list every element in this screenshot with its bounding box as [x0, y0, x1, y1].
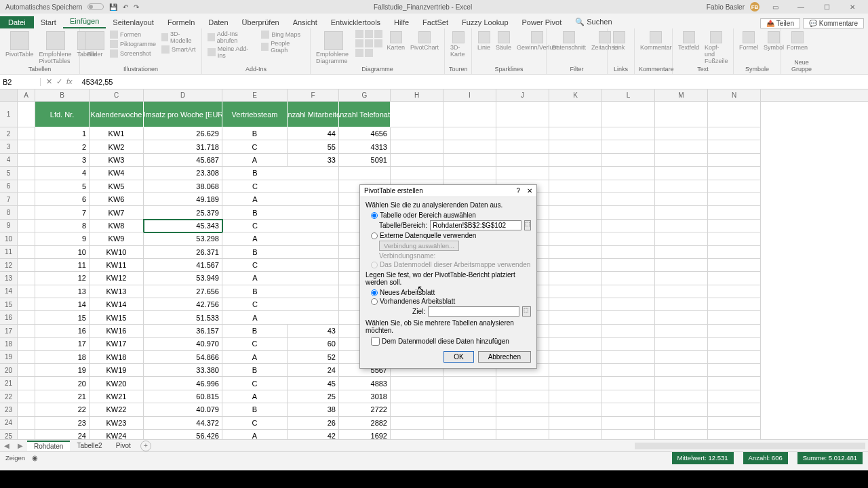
cell-umsatz[interactable]: 51.533 [144, 311, 222, 324]
cell-ma[interactable]: 52 [288, 351, 339, 364]
col-header-D[interactable]: D [144, 89, 222, 101]
cell-umsatz[interactable]: 26.629 [144, 127, 222, 140]
cell-tel[interactable]: 4656 [339, 127, 391, 140]
cell-lfdnr[interactable]: 3 [35, 154, 90, 167]
cell-lfdnr[interactable]: 13 [35, 285, 90, 298]
col-header-A[interactable]: A [18, 89, 35, 101]
cell-umsatz[interactable]: 23.308 [144, 167, 222, 180]
cell-ma[interactable] [288, 232, 339, 245]
user-avatar[interactable]: FB [750, 2, 760, 12]
cell-kw[interactable]: KW14 [90, 298, 144, 311]
tab-hilfe[interactable]: Hilfe [387, 16, 416, 28]
cell-ma[interactable] [288, 206, 339, 219]
cell-kw[interactable]: KW20 [90, 377, 144, 390]
cell-ma[interactable]: 43 [288, 325, 339, 338]
cell[interactable] [18, 298, 35, 311]
cell-umsatz[interactable]: 45.343 [144, 220, 222, 232]
cell-ma[interactable] [288, 285, 339, 298]
row-header[interactable]: 10 [0, 232, 18, 245]
cell[interactable] [18, 311, 35, 324]
cell-tel[interactable] [339, 167, 391, 180]
cell[interactable] [18, 403, 35, 416]
tab-daten[interactable]: Daten [201, 16, 235, 28]
formen-button[interactable]: Formen [108, 30, 157, 39]
cell-lfdnr[interactable]: 21 [35, 390, 90, 403]
cell-kw[interactable]: KW19 [90, 364, 144, 377]
cell-team[interactable]: B [222, 246, 288, 259]
cell-lfdnr[interactable]: 12 [35, 272, 90, 285]
cell-team[interactable]: B [222, 285, 288, 298]
cell-umsatz[interactable]: 41.567 [144, 259, 222, 272]
tab-entwicklertools[interactable]: Entwicklertools [324, 16, 387, 28]
cell-lfdnr[interactable]: 23 [35, 417, 90, 430]
cell-lfdnr[interactable]: 10 [35, 246, 90, 259]
cell-team[interactable]: B [222, 364, 288, 377]
smartart-button[interactable]: SmartArt [160, 45, 197, 54]
cell-ma[interactable] [288, 259, 339, 272]
cell-umsatz[interactable]: 36.157 [144, 325, 222, 338]
col-header-B[interactable]: B [35, 89, 90, 101]
cell[interactable] [18, 154, 35, 167]
sheet-tab-tabelle2[interactable]: Tabelle2 [70, 441, 108, 450]
table-range-input[interactable] [430, 220, 521, 230]
cell-ma[interactable]: 45 [288, 377, 339, 390]
fx-icon[interactable]: fx [66, 77, 73, 86]
cell-ma[interactable]: 26 [288, 417, 339, 430]
formen2-button[interactable]: Formen [785, 30, 809, 52]
cell-kw[interactable]: KW17 [90, 338, 144, 350]
cell[interactable] [18, 430, 35, 439]
cell-lfdnr[interactable]: 24 [35, 430, 90, 439]
cell-lfdnr[interactable]: 5 [35, 180, 90, 193]
cell-kw[interactable]: KW5 [90, 180, 144, 193]
col-header-N[interactable]: N [708, 89, 761, 101]
formel-button[interactable]: Formel [738, 30, 760, 52]
macro-record-icon[interactable]: ◉ [32, 454, 38, 462]
radio-external-source[interactable] [371, 232, 378, 239]
chart-type-icon[interactable] [374, 30, 382, 38]
cell-ma[interactable]: 38 [288, 403, 339, 416]
header-umsatz[interactable]: Umsatz pro Woche [EUR] [144, 102, 222, 127]
col-header-J[interactable]: J [496, 89, 549, 101]
tab-factset[interactable]: FactSet [416, 16, 455, 28]
radio-table-range[interactable] [371, 212, 378, 219]
cell-umsatz[interactable]: 44.372 [144, 417, 222, 430]
cell-team[interactable]: B [222, 206, 288, 219]
tab-nav-prev-icon[interactable]: ◀ [0, 442, 14, 449]
choose-connection-button[interactable]: Verbindung auswählen... [379, 241, 459, 251]
chart-type-icon[interactable] [365, 39, 373, 47]
cell-umsatz[interactable]: 42.756 [144, 298, 222, 311]
cell-umsatz[interactable]: 33.380 [144, 364, 222, 377]
comments-button[interactable]: 💬 Kommentare [803, 18, 864, 28]
cell-umsatz[interactable]: 40.079 [144, 403, 222, 416]
dialog-help-icon[interactable]: ? [516, 187, 520, 195]
col-header-E[interactable]: E [222, 89, 288, 101]
cell-umsatz[interactable]: 45.687 [144, 154, 222, 167]
tab-formeln[interactable]: Formeln [161, 16, 201, 28]
cell[interactable] [18, 417, 35, 430]
cell-lfdnr[interactable]: 20 [35, 377, 90, 390]
kommentar-button[interactable]: Kommentar [639, 30, 673, 52]
row-header[interactable]: 3 [0, 140, 18, 153]
cell-lfdnr[interactable]: 17 [35, 338, 90, 350]
cell[interactable] [18, 206, 35, 219]
cell-ma[interactable]: 25 [288, 390, 339, 403]
col-header-M[interactable]: M [655, 89, 708, 101]
sheet-tab-pivot[interactable]: Pivot [109, 441, 138, 450]
cell-lfdnr[interactable]: 14 [35, 298, 90, 311]
cell-tel[interactable]: 2722 [339, 403, 391, 416]
cell-lfdnr[interactable]: 16 [35, 325, 90, 338]
radio-existing-sheet[interactable] [371, 298, 378, 305]
cell-umsatz[interactable]: 38.068 [144, 180, 222, 193]
row-header[interactable]: 11 [0, 246, 18, 259]
row-header[interactable]: 7 [0, 193, 18, 206]
cell-kw[interactable]: KW21 [90, 390, 144, 403]
cell-kw[interactable]: KW12 [90, 272, 144, 285]
ok-button[interactable]: OK [443, 351, 473, 363]
cell-ma[interactable] [288, 220, 339, 232]
col-header-H[interactable]: H [391, 89, 443, 101]
horizontal-scrollbar[interactable] [635, 443, 865, 449]
row-header[interactable]: 2 [0, 127, 18, 140]
cell-team[interactable]: B [222, 325, 288, 338]
row-header[interactable]: 16 [0, 311, 18, 324]
cell-umsatz[interactable]: 46.996 [144, 377, 222, 390]
